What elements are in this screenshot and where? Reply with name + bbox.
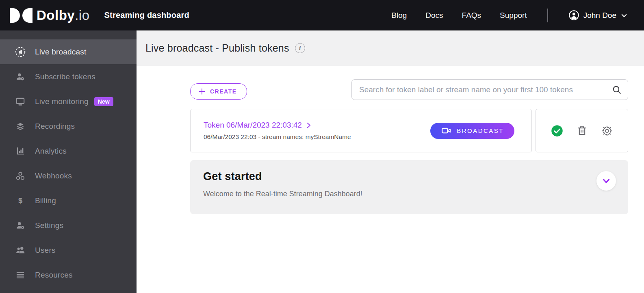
- content: CREATE Token 06/Mar/2023 22:03:42: [137, 66, 644, 214]
- list-icon: [15, 269, 26, 281]
- users-icon: [15, 245, 26, 256]
- sidebar-item-label: Billing: [35, 196, 56, 205]
- token-link[interactable]: Token 06/Mar/2023 22:03:42: [204, 121, 351, 130]
- monitor-icon: [15, 96, 26, 107]
- nav-faqs[interactable]: FAQs: [462, 11, 481, 20]
- search-icon[interactable]: [611, 85, 622, 97]
- sidebar-item-label: Analytics: [35, 147, 67, 156]
- sidebar-item-webhooks[interactable]: Webhooks: [0, 163, 137, 188]
- sidebar-item-subscribe-tokens[interactable]: Subscribe tokens: [0, 64, 137, 89]
- sidebar-item-analytics[interactable]: Analytics: [0, 139, 137, 163]
- broadcast-button[interactable]: BROADCAST: [430, 123, 514, 139]
- token-subtitle: 06/Mar/2023 22:03 - stream names: myStre…: [204, 133, 351, 141]
- plus-icon: [198, 87, 206, 95]
- sidebar-item-label: Live monitoring: [35, 97, 89, 106]
- get-started-subtitle: Welcome to the Real-time Streaming Dashb…: [203, 190, 628, 198]
- broadcast-button-label: BROADCAST: [457, 127, 504, 134]
- sidebar-item-label: Webhooks: [35, 171, 72, 180]
- webhook-icon: [15, 170, 26, 182]
- user-gear-icon: [15, 220, 26, 231]
- dolby-double-d-icon: [10, 8, 33, 23]
- bar-chart-icon: [15, 145, 26, 157]
- sidebar-item-users[interactable]: Users: [0, 238, 137, 263]
- info-icon[interactable]: i: [295, 43, 305, 53]
- sidebar-item-settings[interactable]: Settings: [0, 213, 137, 238]
- logo-text: Dolby.io: [37, 8, 90, 23]
- app-title: Streaming dashboard: [104, 11, 189, 20]
- sidebar-item-recordings[interactable]: Recordings: [0, 114, 137, 139]
- sidebar-item-label: Recordings: [35, 122, 75, 131]
- sidebar-item-label: Resources: [35, 271, 73, 280]
- subscriber-icon: [15, 71, 26, 82]
- video-camera-icon: [441, 125, 452, 136]
- top-header: Dolby.io Streaming dashboard Blog Docs F…: [0, 0, 644, 30]
- sidebar-item-live-broadcast[interactable]: Live broadcast: [0, 39, 137, 64]
- nav-docs[interactable]: Docs: [425, 11, 443, 20]
- user-menu[interactable]: John Doe: [568, 10, 628, 21]
- token-info: Token 06/Mar/2023 22:03:42 06/Mar/2023 2…: [204, 121, 351, 141]
- active-check-icon[interactable]: [551, 125, 563, 137]
- broadcast-icon: [15, 46, 26, 58]
- sidebar-item-label: Subscribe tokens: [35, 72, 95, 81]
- sidebar-item-live-monitoring[interactable]: Live monitoring New: [0, 89, 137, 114]
- sidebar: Live broadcast Subscribe tokens Live mon…: [0, 30, 137, 293]
- expand-get-started-button[interactable]: [596, 171, 616, 191]
- toolbar: CREATE: [190, 79, 628, 100]
- settings-gear-icon[interactable]: [601, 125, 613, 137]
- get-started-title: Get started: [203, 170, 628, 183]
- get-started-panel: Get started Welcome to the Real-time Str…: [190, 160, 628, 214]
- sidebar-item-label: Settings: [35, 221, 63, 230]
- main-area: Live broadcast - Publish tokens i CREATE: [137, 30, 644, 293]
- chevron-right-icon: [305, 122, 312, 129]
- dollar-icon: $: [15, 195, 26, 206]
- page-title-band: Live broadcast - Publish tokens i: [137, 30, 644, 66]
- token-card: Token 06/Mar/2023 22:03:42 06/Mar/2023 2…: [190, 109, 532, 152]
- layers-icon: [15, 121, 26, 132]
- svg-text:$: $: [18, 196, 22, 204]
- chevron-down-icon: [601, 176, 611, 186]
- search-box: [351, 79, 628, 100]
- sidebar-item-billing[interactable]: $ Billing: [0, 188, 137, 213]
- delete-icon[interactable]: [576, 125, 588, 137]
- token-row: Token 06/Mar/2023 22:03:42 06/Mar/2023 2…: [190, 109, 628, 152]
- nav-blog[interactable]: Blog: [391, 11, 407, 20]
- header-divider: [547, 9, 548, 22]
- new-badge: New: [94, 97, 113, 106]
- sidebar-item-label: Live broadcast: [35, 48, 86, 56]
- create-button-label: CREATE: [210, 88, 237, 95]
- token-actions-card: [536, 109, 628, 152]
- nav-support[interactable]: Support: [500, 11, 527, 20]
- chevron-down-icon: [620, 12, 628, 19]
- search-input[interactable]: [351, 79, 628, 100]
- create-button[interactable]: CREATE: [190, 83, 247, 100]
- sidebar-item-label: Users: [35, 246, 56, 255]
- avatar-icon: [568, 10, 579, 21]
- token-title-label: Token 06/Mar/2023 22:03:42: [204, 121, 302, 130]
- dolby-logo: Dolby.io: [10, 8, 90, 23]
- header-nav: Blog Docs FAQs Support John Doe: [391, 9, 628, 22]
- sidebar-item-resources[interactable]: Resources: [0, 263, 137, 287]
- user-name: John Doe: [583, 11, 616, 20]
- page-title: Live broadcast - Publish tokens: [145, 42, 289, 54]
